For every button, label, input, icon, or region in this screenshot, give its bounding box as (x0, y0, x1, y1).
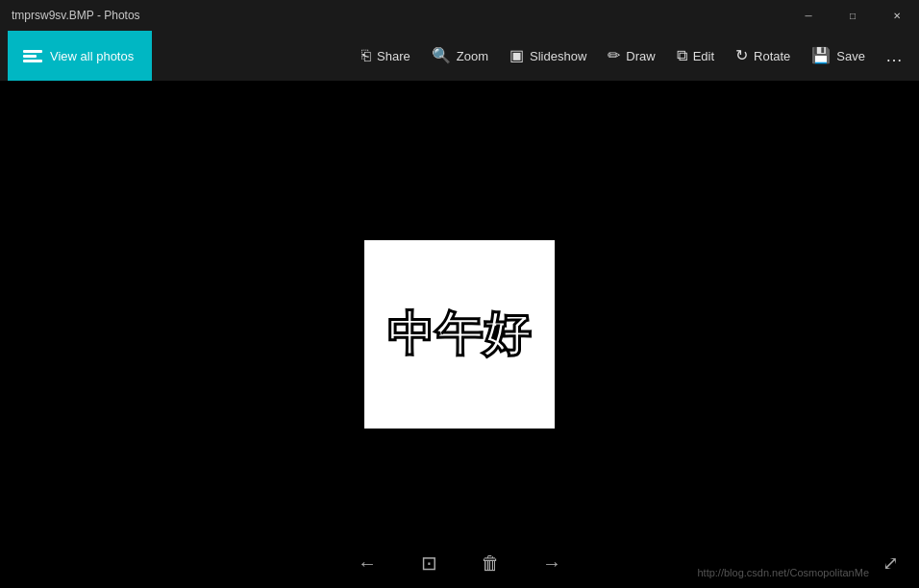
close-button[interactable]: ✕ (875, 0, 919, 31)
save-button[interactable]: 💾 Save (802, 42, 875, 69)
edit-icon: ⧉ (677, 48, 687, 63)
main-view: 中午好 ← ⊡ 🗑 → ⤢ http://blog.csdn.net/Cosmo… (0, 81, 919, 588)
zoom-icon: 🔍 (432, 48, 451, 63)
toolbar: View all photos ⎗ Share 🔍 Zoom ▣ Slidesh… (0, 31, 919, 81)
bottom-controls: ← ⊡ 🗑 → (0, 538, 919, 588)
prev-button[interactable]: ← (348, 544, 386, 582)
image-display: 中午好 (364, 240, 555, 429)
draw-button[interactable]: ✏ Draw (598, 42, 664, 69)
slideshow-icon: ▣ (509, 48, 524, 63)
edit-button[interactable]: ⧉ Edit (667, 42, 724, 69)
rotate-button[interactable]: ↻ Rotate (726, 42, 800, 69)
maximize-button[interactable]: □ (831, 0, 875, 31)
save-icon: 💾 (811, 48, 831, 63)
toolbar-items: ⎗ Share 🔍 Zoom ▣ Slideshow ✏ Draw ⧉ Edit… (352, 38, 911, 73)
delete-button[interactable]: 🗑 (471, 544, 509, 582)
watermark-text: http://blog.csdn.net/CosmopolitanMe (697, 567, 869, 578)
rotate-icon: ↻ (735, 48, 748, 63)
photos-grid-icon (23, 48, 42, 63)
share-button[interactable]: ⎗ Share (352, 42, 420, 69)
share-icon: ⎗ (361, 48, 371, 63)
more-button[interactable]: … (877, 38, 911, 73)
titlebar-title: tmprsw9sv.BMP - Photos (12, 9, 140, 22)
slideshow-label: Slideshow (530, 49, 586, 63)
edit-label: Edit (693, 49, 714, 63)
slideshow-button[interactable]: ▣ Slideshow (500, 42, 596, 69)
share-label: Share (377, 49, 410, 63)
view-all-label: View all photos (50, 49, 134, 63)
titlebar: tmprsw9sv.BMP - Photos ─ □ ✕ (0, 0, 919, 31)
save-label: Save (836, 49, 865, 63)
image-content: 中午好 (387, 304, 532, 365)
next-button[interactable]: → (533, 544, 571, 582)
view-all-button[interactable]: View all photos (8, 31, 152, 81)
fullscreen-button[interactable]: ⤢ (873, 546, 907, 580)
rotate-label: Rotate (754, 49, 790, 63)
titlebar-controls: ─ □ ✕ (786, 0, 919, 31)
minimize-button[interactable]: ─ (786, 0, 831, 31)
zoom-label: Zoom (457, 49, 488, 63)
draw-label: Draw (626, 49, 655, 63)
draw-icon: ✏ (608, 48, 620, 63)
slideshow-play-button[interactable]: ⊡ (410, 544, 448, 582)
zoom-button[interactable]: 🔍 Zoom (422, 42, 498, 69)
